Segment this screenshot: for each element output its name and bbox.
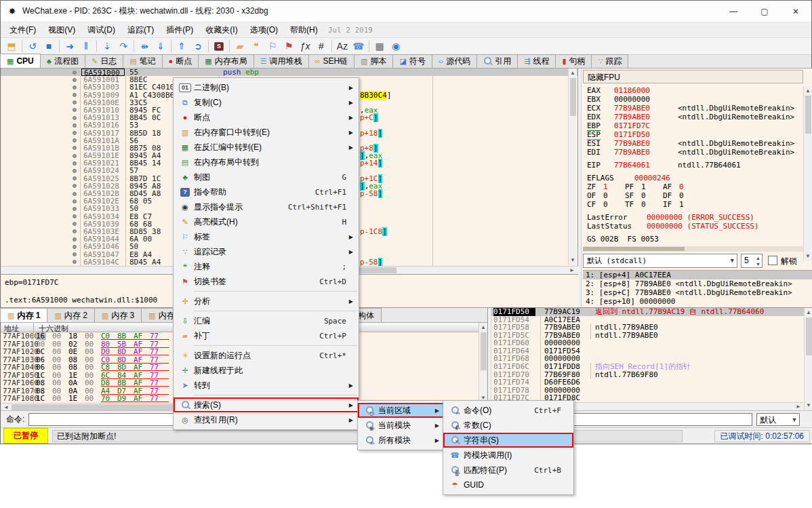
- menu-item-set-new-origin-here[interactable]: ✳设置新的运行点Ctrl+*: [174, 348, 359, 363]
- tab-script[interactable]: ▥脚本: [354, 54, 393, 68]
- stack-row[interactable]: 0171FD7077B69F80ntdll.77B69F80: [491, 371, 812, 379]
- argument-row[interactable]: 2: [esp+8] 77B9ABE0 <ntdll.DbgUiRemoteBr…: [583, 279, 812, 288]
- command-mode-select[interactable]: 默认▼: [756, 413, 800, 426]
- tab-log[interactable]: ✎日志: [85, 54, 123, 68]
- menu-item-breakpoint[interactable]: ●断点▶: [174, 110, 359, 125]
- menu-item-assemble[interactable]: ⇩汇编Space: [174, 313, 359, 328]
- breakpoint-dot-icon[interactable]: [73, 71, 77, 75]
- step-into-button[interactable]: ⇣: [99, 39, 115, 54]
- minimize-button[interactable]: —: [718, 1, 749, 22]
- breakpoint-dot-icon[interactable]: [73, 138, 77, 142]
- registers-vscrollbar[interactable]: ▲ ▼: [803, 86, 812, 261]
- tab-call-stack[interactable]: ☰调用堆栈: [253, 54, 309, 68]
- breakpoint-dot-icon[interactable]: [73, 192, 77, 196]
- menu-item-copy[interactable]: ⧉复制(C)▶: [174, 95, 359, 110]
- tab-cpu[interactable]: ▦CPU: [0, 54, 41, 68]
- menu-item-graph[interactable]: ♣制图G: [174, 170, 359, 184]
- scroll-up-arrow-icon[interactable]: ▲: [569, 69, 577, 77]
- patch-button[interactable]: ▰: [232, 39, 248, 54]
- breakpoint-dot-icon[interactable]: [73, 161, 77, 165]
- breakpoint-dot-icon[interactable]: [73, 85, 77, 90]
- menu-item-comment[interactable]: ❝注释;: [174, 259, 359, 274]
- menu-item-new-thread-here[interactable]: ✛新建线程于此: [174, 363, 359, 378]
- stop-button[interactable]: ■: [41, 39, 57, 54]
- comment-button[interactable]: ❝: [248, 39, 264, 54]
- tab-threads[interactable]: ⇶线程: [517, 54, 556, 68]
- calculator-button[interactable]: ▦: [371, 39, 388, 54]
- stack-row[interactable]: 0171FD6000000000: [491, 339, 812, 347]
- hide-fpu-button[interactable]: 隐藏FPU: [583, 70, 803, 83]
- spinner-arrows-icon[interactable]: ▲▼: [756, 255, 760, 267]
- menu-item-show-instruction-tips[interactable]: ◉显示指令提示Ctrl+Shift+F1: [174, 199, 359, 214]
- unlock-checkbox[interactable]: [768, 256, 777, 265]
- stack-row[interactable]: 0171FD74D60FE6D6: [491, 378, 812, 387]
- breakpoint-dot-icon[interactable]: [73, 131, 77, 135]
- close-button[interactable]: ✕: [780, 1, 811, 22]
- menu-view[interactable]: 视图(V): [42, 23, 81, 37]
- dump-vscrollbar[interactable]: ▲ ▼: [479, 323, 487, 403]
- tab-source[interactable]: ‹›源代码: [432, 54, 477, 68]
- tab-breakpoints[interactable]: ●断点: [162, 54, 199, 68]
- breakpoint-dot-icon[interactable]: [73, 252, 77, 256]
- menu-item-find-references[interactable]: ◎查找引用(R)▶: [174, 412, 359, 427]
- registers-pane[interactable]: 隐藏FPU EAX01186000EBX00000000ECX77B9ABE0<…: [581, 69, 812, 307]
- breakpoint-dot-icon[interactable]: [73, 146, 77, 150]
- menu-trace[interactable]: 追踪(T): [121, 23, 160, 37]
- menu-item-command[interactable]: ›命令(O)Ctrl+F: [443, 403, 573, 418]
- breakpoint-dot-icon[interactable]: [73, 214, 77, 218]
- menu-debug[interactable]: 调试(D): [81, 23, 121, 37]
- menu-item-label[interactable]: ⚐标签▶: [174, 229, 359, 244]
- tab-graph[interactable]: ♣流程图: [40, 54, 85, 68]
- breakpoint-dot-icon[interactable]: [73, 184, 77, 188]
- run-to-cursor-button[interactable]: ⇻: [136, 39, 153, 54]
- globe-button[interactable]: ◉: [388, 39, 404, 54]
- breakpoint-dot-icon[interactable]: [73, 154, 77, 158]
- case-button[interactable]: Aᴢ: [334, 39, 350, 54]
- calling-convention-select[interactable]: 默认 (stdcall)▼: [583, 254, 737, 268]
- menu-item-highlighting-mode[interactable]: ✎高亮模式(H)H: [174, 214, 359, 229]
- menu-item-goto[interactable]: ➤转到▶: [174, 378, 359, 393]
- pause-button[interactable]: ‖: [78, 39, 94, 54]
- maximize-button[interactable]: ▢: [749, 1, 780, 22]
- breakpoint-dot-icon[interactable]: [73, 176, 77, 180]
- calls-button[interactable]: ☎: [350, 39, 367, 54]
- breakpoint-dot-icon[interactable]: [73, 93, 77, 97]
- registers-hscrollbar[interactable]: [583, 246, 803, 252]
- menu-item-follow-in-disassembler[interactable]: ▦在反汇编中转到(E)▶: [174, 140, 359, 155]
- breakpoint-dot-icon[interactable]: [73, 222, 77, 226]
- dump-tab-memory-3[interactable]: ▥内存 3: [94, 308, 142, 322]
- breakpoint-dot-icon[interactable]: [73, 245, 77, 249]
- menu-item-toggle-bookmark[interactable]: ⚑切换书签Ctrl+D: [174, 274, 359, 289]
- breakpoint-dot-icon[interactable]: [73, 237, 77, 241]
- menu-item-patch[interactable]: ▰补丁Ctrl+P: [174, 328, 359, 343]
- breakpoint-dot-icon[interactable]: [73, 100, 77, 104]
- menu-options[interactable]: 选项(O): [244, 23, 284, 37]
- scroll-up-arrow-icon[interactable]: ▲: [479, 324, 487, 332]
- hash-button[interactable]: #: [313, 39, 329, 54]
- menu-item-search-for[interactable]: 搜索(S)▶: [174, 397, 359, 412]
- stack-row[interactable]: 0171FD5077B9AC19返回到 ntdll.77B9AC19 自 ntd…: [491, 308, 812, 316]
- breakpoint-dot-icon[interactable]: [73, 199, 77, 203]
- scroll-right-arrow-icon[interactable]: ►: [796, 403, 801, 410]
- step-over-button[interactable]: ↷: [115, 39, 131, 54]
- menu-favourites[interactable]: 收藏夹(I): [199, 23, 243, 37]
- stack-row[interactable]: 0171FD6C0171FDD8指向SEH_Record[1]的指针: [491, 363, 812, 371]
- skip-system-breakpoints-button[interactable]: S: [211, 39, 227, 54]
- bookmark-button[interactable]: ⚑: [281, 39, 297, 54]
- scroll-up-arrow-icon[interactable]: ▲: [804, 87, 812, 95]
- argument-row[interactable]: 1: [esp+4] A0C17EEA: [583, 271, 812, 279]
- argument-row[interactable]: 3: [esp+C] 77B9ABE0 <ntdll.DbgUiRemoteBr…: [583, 288, 812, 297]
- tab-symbols[interactable]: ◪符号: [392, 54, 432, 68]
- tab-memory-map[interactable]: ▦内存布局: [198, 54, 253, 68]
- menu-item-all-modules[interactable]: ✳所有模块▶: [358, 433, 445, 448]
- breakpoint-dot-icon[interactable]: [73, 108, 77, 112]
- open-file-button[interactable]: ⬒: [3, 39, 20, 54]
- tab-notes[interactable]: ▤笔记: [123, 54, 162, 68]
- breakpoint-dot-icon[interactable]: [73, 229, 77, 233]
- stack-row[interactable]: 0171FD5877B9ABE0ntdll.77B9ABE0: [491, 324, 812, 332]
- menu-item-guid[interactable]: ☂GUID: [443, 477, 573, 492]
- tab-trace[interactable]: ∵跟踪: [591, 54, 628, 68]
- stack-row[interactable]: 0171FD7800000000: [491, 387, 812, 395]
- breakpoint-dot-icon[interactable]: [73, 123, 77, 128]
- stack-vscrollbar[interactable]: ▲ ▼: [804, 308, 812, 410]
